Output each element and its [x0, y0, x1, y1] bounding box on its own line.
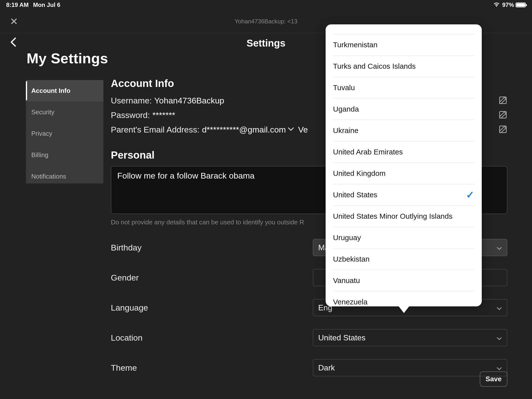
country-option[interactable]: Venezuela — [333, 291, 474, 306]
edit-icon[interactable] — [499, 125, 507, 135]
location-row: Location United States — [111, 329, 507, 346]
close-icon[interactable]: ✕ — [10, 17, 18, 26]
settings-title: Settings — [247, 38, 285, 49]
birthday-label: Birthday — [111, 243, 195, 252]
country-option[interactable]: United Arab Emirates — [333, 141, 474, 163]
country-option[interactable]: Ukraine — [333, 120, 474, 141]
sidebar-item-billing[interactable]: Billing — [26, 144, 103, 166]
back-icon[interactable] — [10, 37, 16, 49]
country-option[interactable]: United Kingdom — [333, 163, 474, 184]
theme-select[interactable]: Dark — [313, 359, 507, 376]
gender-label: Gender — [111, 273, 195, 283]
sidebar-item-label: Billing — [31, 151, 48, 159]
chevron-down-icon — [497, 333, 502, 342]
theme-value: Dark — [318, 363, 335, 372]
country-option-label: Venezuela — [333, 298, 367, 306]
country-option[interactable]: Tuvalu — [333, 77, 474, 99]
battery-indicator: 97% — [502, 1, 526, 8]
country-option[interactable]: Uganda — [333, 99, 474, 120]
country-option-label: Uruguay — [333, 233, 361, 242]
sidebar-item-privacy[interactable]: Privacy — [26, 123, 103, 144]
country-option-label: Vanuatu — [333, 276, 360, 285]
chevron-down-icon — [497, 243, 502, 252]
verified-partial: Ve — [298, 125, 308, 134]
location-value: United States — [318, 333, 366, 342]
edit-icon[interactable] — [499, 96, 507, 106]
password-value: ******* — [152, 110, 175, 120]
country-option-label: Uganda — [333, 105, 359, 113]
settings-sidebar: Account Info Security Privacy Billing No… — [26, 80, 103, 183]
status-time: 8:19 AM — [6, 1, 29, 8]
country-option[interactable]: United States✓ — [333, 184, 474, 206]
parent-email-label: Parent's Email Address: — [111, 125, 200, 134]
sidebar-item-label: Notifications — [31, 173, 66, 180]
status-date: Mon Jul 6 — [33, 1, 60, 8]
country-option-label: Tuvalu — [333, 83, 355, 92]
country-option-label: United Arab Emirates — [333, 148, 403, 156]
save-button[interactable]: Save — [480, 371, 507, 387]
country-option-label: Turkmenistan — [333, 41, 378, 49]
location-label: Location — [111, 333, 195, 343]
popover-tail — [399, 306, 409, 313]
country-option[interactable]: Uruguay — [333, 227, 474, 249]
sidebar-item-notifications[interactable]: Notifications — [26, 166, 103, 187]
country-option-partial[interactable] — [333, 24, 474, 34]
sidebar-item-label: Security — [31, 108, 54, 116]
country-option-label: Ukraine — [333, 126, 358, 135]
location-select[interactable]: United States — [313, 329, 507, 346]
battery-icon — [515, 2, 526, 7]
page-heading: My Settings — [27, 50, 108, 66]
theme-label: Theme — [111, 363, 195, 373]
chevron-down-icon — [497, 303, 502, 312]
username-label: Username: — [111, 96, 152, 105]
country-option-label: United States — [333, 191, 377, 199]
parent-email-value: d**********@gmail.com — [202, 125, 286, 134]
password-label: Password: — [111, 110, 150, 120]
country-option[interactable]: Vanuatu — [333, 270, 474, 291]
country-option-label: Uzbekistan — [333, 255, 369, 263]
country-popover[interactable]: TurkmenistanTurks and Caicos IslandsTuva… — [326, 24, 482, 306]
country-option-label: United States Minor Outlying Islands — [333, 212, 452, 220]
sidebar-item-label: Privacy — [31, 130, 52, 137]
country-option[interactable]: Turkmenistan — [333, 34, 474, 56]
edit-icon[interactable] — [499, 110, 507, 120]
chevron-down-icon — [497, 363, 502, 372]
language-label: Language — [111, 303, 195, 313]
status-bar: 8:19 AM Mon Jul 6 97% — [0, 0, 532, 10]
sidebar-item-label: Account Info — [31, 87, 70, 94]
username-value: Yohan4736Backup — [154, 96, 224, 105]
country-option-label: Turks and Caicos Islands — [333, 62, 416, 70]
country-option[interactable]: Uzbekistan — [333, 249, 474, 270]
app-bar-title: Yohan4736Backup: <13 — [235, 18, 298, 25]
check-icon: ✓ — [466, 189, 474, 200]
theme-row: Theme Dark — [111, 359, 507, 376]
country-option-label: United Kingdom — [333, 169, 385, 178]
country-option[interactable]: United States Minor Outlying Islands — [333, 206, 474, 227]
sidebar-item-account-info[interactable]: Account Info — [26, 80, 103, 101]
wifi-icon — [493, 1, 500, 8]
battery-percent: 97% — [502, 1, 514, 8]
country-option[interactable]: Turks and Caicos Islands — [333, 56, 474, 77]
chevron-down-icon[interactable] — [288, 127, 294, 132]
sidebar-item-security[interactable]: Security — [26, 101, 103, 123]
